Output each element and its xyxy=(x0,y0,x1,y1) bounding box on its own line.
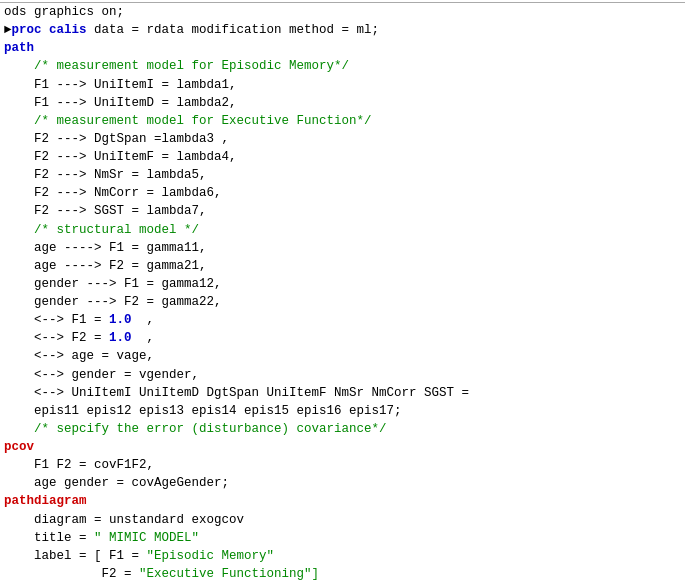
code-line: F2 ---> NmSr = lambda5, xyxy=(0,166,685,184)
code-line: /* measurement model for Episodic Memory… xyxy=(0,57,685,75)
code-line: F2 ---> UniItemF = lambda4, xyxy=(0,148,685,166)
code-line: /* sepcify the error (disturbance) covar… xyxy=(0,420,685,438)
code-line: ►proc calis data = rdata modification me… xyxy=(0,21,685,39)
code-line: F2 ---> SGST = lambda7, xyxy=(0,202,685,220)
code-line: diagram = unstandard exogcov xyxy=(0,511,685,529)
code-line: <--> F2 = 1.0 , xyxy=(0,329,685,347)
code-line: title = " MIMIC MODEL" xyxy=(0,529,685,547)
code-line: F1 ---> UniItemI = lambda1, xyxy=(0,76,685,94)
code-line: F1 ---> UniItemD = lambda2, xyxy=(0,94,685,112)
code-line: age ----> F1 = gamma11, xyxy=(0,239,685,257)
code-line: <--> gender = vgender, xyxy=(0,366,685,384)
code-line: F2 ---> NmCorr = lambda6, xyxy=(0,184,685,202)
code-editor: ods graphics on;►proc calis data = rdata… xyxy=(0,0,685,584)
code-line: F2 = "Executive Functioning"] xyxy=(0,565,685,583)
code-line: pathdiagram xyxy=(0,492,685,510)
code-line: /* measurement model for Executive Funct… xyxy=(0,112,685,130)
code-line: label = [ F1 = "Episodic Memory" xyxy=(0,547,685,565)
code-line: pcov xyxy=(0,438,685,456)
code-line: gender ---> F1 = gamma12, xyxy=(0,275,685,293)
code-line: <--> F1 = 1.0 , xyxy=(0,311,685,329)
code-line: epis11 epis12 epis13 epis14 epis15 epis1… xyxy=(0,402,685,420)
code-line: F1 F2 = covF1F2, xyxy=(0,456,685,474)
code-line: <--> UniItemI UniItemD DgtSpan UniItemF … xyxy=(0,384,685,402)
code-line: gender ---> F2 = gamma22, xyxy=(0,293,685,311)
code-line: age gender = covAgeGender; xyxy=(0,474,685,492)
code-line: age ----> F2 = gamma21, xyxy=(0,257,685,275)
code-line: path xyxy=(0,39,685,57)
code-line: F2 ---> DgtSpan =lambda3 , xyxy=(0,130,685,148)
code-line: ods graphics on; xyxy=(0,2,685,21)
code-line: <--> age = vage, xyxy=(0,347,685,365)
code-line: /* structural model */ xyxy=(0,221,685,239)
